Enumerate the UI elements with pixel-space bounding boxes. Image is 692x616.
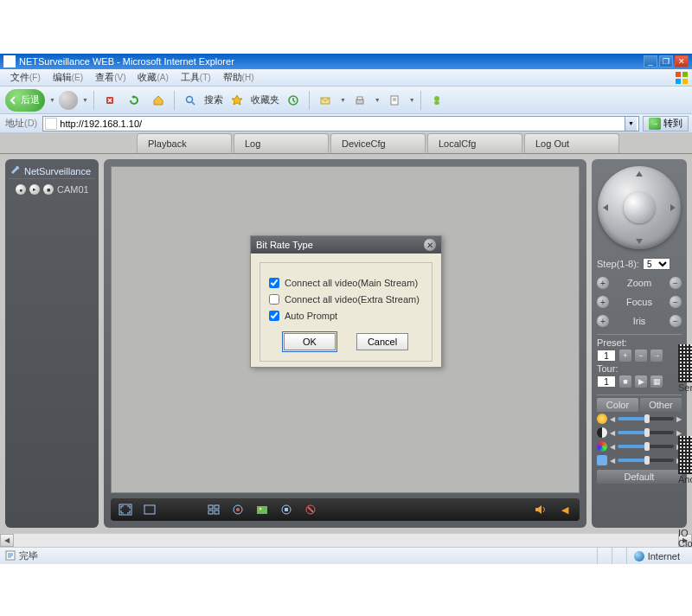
mail-dropdown[interactable]: ▼ xyxy=(340,97,346,103)
opt-extra-stream[interactable]: Connect all video(Extra Stream) xyxy=(269,294,423,305)
tour-label: Tour: xyxy=(597,363,682,374)
tour-play-button[interactable]: ▶ xyxy=(635,375,647,388)
ok-button[interactable]: OK xyxy=(284,333,336,350)
horizontal-scrollbar[interactable]: ◀ ▶ xyxy=(0,533,692,547)
forward-button[interactable] xyxy=(59,91,78,110)
back-button[interactable]: 后退 xyxy=(5,89,45,112)
cam-label[interactable]: CAM01 xyxy=(57,184,89,195)
video-toolbar: ◀ xyxy=(111,498,580,521)
ptz-up-button[interactable] xyxy=(636,171,643,176)
menu-file[interactable]: 文件(F) xyxy=(5,69,46,86)
sidebar-root[interactable]: NetSurveillance xyxy=(9,164,95,179)
opt-extra-stream-checkbox[interactable] xyxy=(269,294,279,305)
back-dropdown[interactable]: ▼ xyxy=(49,97,55,103)
tour-stop-button[interactable]: ■ xyxy=(619,375,631,388)
tab-devicecfg[interactable]: DeviceCfg xyxy=(330,133,426,153)
status-bar: 完毕 Internet xyxy=(0,547,692,564)
tab-log[interactable]: Log xyxy=(234,133,329,153)
tour-input[interactable] xyxy=(597,375,616,388)
tab-logout[interactable]: Log Out xyxy=(524,133,619,153)
stop-button[interactable] xyxy=(99,90,120,111)
opt-auto-prompt[interactable]: Auto Prompt xyxy=(269,311,423,321)
mail-button[interactable] xyxy=(315,90,336,111)
record-all-button[interactable] xyxy=(228,501,247,518)
cam-record-button[interactable]: ● xyxy=(16,184,26,195)
svg-rect-20 xyxy=(208,510,213,514)
home-button[interactable] xyxy=(148,90,169,111)
maximize-button[interactable]: ❐ xyxy=(659,55,673,67)
quad-view-button[interactable] xyxy=(204,501,223,518)
status-zone: Internet xyxy=(626,548,687,564)
opt-auto-prompt-checkbox[interactable] xyxy=(269,311,279,321)
favorites-button[interactable] xyxy=(227,90,247,111)
dialog-titlebar[interactable]: Bit Rate Type ✕ xyxy=(251,236,441,253)
search-button[interactable] xyxy=(180,90,201,111)
svg-rect-19 xyxy=(215,505,219,509)
dialog-close-button[interactable]: ✕ xyxy=(424,239,436,251)
volume-button[interactable] xyxy=(531,501,550,518)
opt-main-stream[interactable]: Connect all video(Main Stream) xyxy=(269,278,423,288)
ptz-right-button[interactable] xyxy=(670,204,676,211)
go-button[interactable]: → 转到 xyxy=(643,116,689,132)
andr-label: Andr xyxy=(678,474,692,484)
menu-help[interactable]: 帮助(H) xyxy=(218,69,260,86)
tab-localcfg[interactable]: LocalCfg xyxy=(427,133,522,153)
contrast-slider[interactable]: ◀▶ xyxy=(597,426,682,440)
scroll-left-button[interactable]: ◀ xyxy=(0,534,14,547)
fullscreen-button[interactable] xyxy=(116,501,135,518)
ptz-center-button[interactable] xyxy=(624,192,655,223)
preset-del-button[interactable]: − xyxy=(635,350,647,362)
svg-rect-9 xyxy=(356,99,363,104)
default-button[interactable]: Default xyxy=(597,470,682,484)
forward-dropdown[interactable]: ▼ xyxy=(82,97,88,103)
other-tab[interactable]: Other xyxy=(640,398,682,412)
messenger-button[interactable] xyxy=(426,90,447,111)
iris-in-button[interactable]: + xyxy=(597,315,609,327)
close-button[interactable]: ✕ xyxy=(675,55,689,67)
cam-play-button[interactable]: ▸ xyxy=(29,184,40,195)
menu-favorites[interactable]: 收藏(A) xyxy=(132,69,173,86)
hue-slider[interactable]: ◀▶ xyxy=(597,453,682,467)
edit-button[interactable] xyxy=(384,90,405,111)
ptz-wheel xyxy=(598,166,681,249)
print-button[interactable] xyxy=(349,90,370,111)
menu-edit[interactable]: 编辑(E) xyxy=(48,69,88,86)
menu-view[interactable]: 查看(V) xyxy=(90,69,131,86)
ptz-down-button[interactable] xyxy=(636,239,643,244)
color-tab[interactable]: Color xyxy=(597,398,638,412)
opt-main-stream-checkbox[interactable] xyxy=(269,278,279,288)
address-input[interactable] xyxy=(60,119,625,129)
qr-code-icon xyxy=(678,436,692,474)
saturation-slider[interactable]: ◀▶ xyxy=(597,440,682,453)
refresh-button[interactable] xyxy=(124,90,144,111)
tab-playback[interactable]: Playback xyxy=(137,133,232,153)
iris-out-button[interactable]: − xyxy=(670,315,682,327)
preset-add-button[interactable]: + xyxy=(619,350,631,362)
preset-go-button[interactable]: → xyxy=(650,350,663,362)
disconnect-all-button[interactable] xyxy=(301,501,320,518)
zoom-in-button[interactable]: + xyxy=(597,277,609,289)
volume-slider-icon[interactable]: ◀ xyxy=(555,501,574,518)
address-dropdown[interactable]: ▼ xyxy=(625,117,637,131)
brightness-slider[interactable]: ◀▶ xyxy=(597,412,682,426)
step-select[interactable]: 5 xyxy=(643,258,670,270)
single-view-button[interactable] xyxy=(140,501,159,518)
snapshot-button[interactable] xyxy=(253,501,272,518)
history-button[interactable] xyxy=(283,90,304,111)
print-dropdown[interactable]: ▼ xyxy=(375,97,381,103)
zoom-out-button[interactable]: − xyxy=(670,277,682,289)
menu-tools[interactable]: 工具(T) xyxy=(176,69,216,86)
focus-out-button[interactable]: − xyxy=(670,296,682,308)
ptz-left-button[interactable] xyxy=(603,204,608,211)
preset-input[interactable] xyxy=(597,350,616,362)
svg-line-29 xyxy=(308,507,313,512)
sidebar-cam-row: ● ▸ ■ CAM01 xyxy=(9,183,95,196)
minimize-button[interactable]: _ xyxy=(644,55,657,67)
tour-grid-button[interactable]: ▦ xyxy=(650,375,663,388)
focus-in-button[interactable]: + xyxy=(597,296,609,308)
edit-dropdown[interactable]: ▼ xyxy=(409,97,415,103)
cam-stop-button[interactable]: ■ xyxy=(43,184,54,195)
cancel-button[interactable]: Cancel xyxy=(356,333,408,350)
stop-all-button[interactable] xyxy=(277,501,296,518)
app-icon xyxy=(3,55,16,67)
